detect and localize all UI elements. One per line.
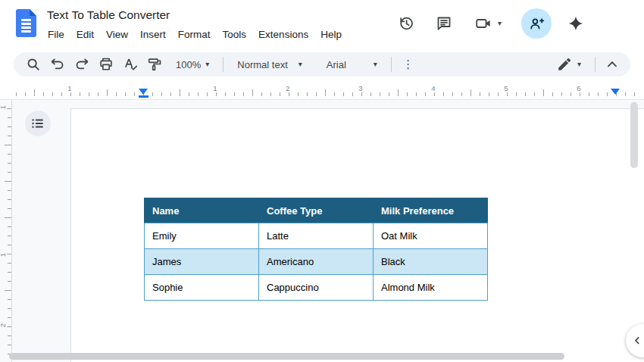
table-cell[interactable]: Black [374, 249, 488, 275]
horizontal-ruler: 1 1 2 3 4 5 6 [0, 80, 644, 100]
table-cell[interactable]: Latte [259, 223, 374, 249]
share-button[interactable] [521, 8, 552, 39]
table-cell[interactable]: Americano [259, 249, 374, 275]
font-value: Arial [327, 59, 346, 70]
zoom-select[interactable]: 100% ▾ [171, 55, 214, 73]
table-row: Sophie Cappuccino Almond Milk [145, 275, 488, 301]
menu-view[interactable]: View [100, 27, 134, 42]
video-call-button[interactable]: ▾ [474, 14, 502, 33]
table-header-cell[interactable]: Name [145, 198, 259, 223]
chevron-down-icon: ▾ [577, 61, 581, 68]
menu-bar: File Edit View Insert Format Tools Exten… [42, 27, 348, 42]
vertical-scrollbar[interactable] [630, 102, 638, 168]
left-margin-marker[interactable] [139, 95, 148, 98]
chevron-left-icon [630, 333, 644, 348]
menu-tools[interactable]: Tools [217, 27, 253, 42]
table-cell[interactable]: Sophie [145, 275, 259, 301]
undo-icon[interactable] [48, 55, 67, 73]
ruler-label: 5 [502, 84, 509, 92]
person-add-icon [527, 14, 546, 33]
menu-format[interactable]: Format [172, 27, 217, 42]
gemini-sparkle-icon[interactable] [567, 14, 585, 33]
top-bar: Text To Table Converter File Edit View I… [0, 0, 644, 47]
hide-menus-chevron-up-icon[interactable] [603, 55, 621, 73]
right-indent-marker[interactable] [611, 89, 620, 95]
redo-icon[interactable] [73, 55, 91, 73]
print-icon[interactable] [97, 55, 115, 73]
ruler-label: 2 [0, 322, 7, 329]
horizontal-scrollbar[interactable] [9, 353, 564, 360]
table-row: Emily Latte Oat Milk [145, 223, 488, 249]
menu-help[interactable]: Help [314, 27, 348, 42]
comments-icon[interactable] [435, 14, 453, 33]
toolbar-divider [223, 57, 224, 72]
toolbar-divider [595, 57, 596, 72]
table-cell[interactable]: James [145, 249, 259, 275]
docs-logo-icon[interactable] [16, 9, 36, 37]
toolbar-divider [391, 57, 392, 72]
ruler-label: 1 [211, 84, 218, 92]
menu-file[interactable]: File [42, 27, 70, 42]
ruler-label: 1 [0, 251, 7, 258]
editing-mode-select[interactable]: ▾ [552, 55, 586, 73]
font-select[interactable]: Arial ▾ [322, 55, 382, 73]
ruler-label: 3 [357, 84, 364, 92]
toolbar: 100% ▾ Normal text ▾ Arial ▾ ⋮ ▾ [14, 52, 630, 76]
table-cell[interactable]: Almond Milk [374, 275, 488, 301]
search-icon[interactable] [24, 55, 42, 73]
vertical-ruler [11, 100, 12, 362]
chevron-down-icon: ▾ [374, 61, 377, 68]
document-outline-button[interactable] [25, 111, 51, 136]
ruler-label: 2 [284, 84, 291, 92]
table-cell[interactable]: Emily [145, 223, 259, 249]
table-header-row: Name Coffee Type Milk Preference [145, 198, 488, 223]
table-header-cell[interactable]: Coffee Type [259, 198, 374, 223]
table-header-cell[interactable]: Milk Preference [374, 198, 488, 223]
pencil-icon [556, 56, 573, 73]
menu-extensions[interactable]: Extensions [252, 27, 314, 42]
google-docs-app: Text To Table Converter File Edit View I… [0, 0, 644, 362]
outline-list-icon [30, 115, 46, 132]
ruler-label: 4 [430, 84, 436, 92]
table-cell[interactable]: Cappuccino [259, 275, 374, 301]
ruler-label: 1 [66, 84, 73, 92]
paint-format-icon[interactable] [145, 55, 164, 73]
top-actions: ▾ [397, 7, 585, 40]
document-canvas: 1 1 2 Name Coffee Type Milk Preference [0, 100, 644, 362]
table-row-highlighted: James Americano Black [145, 249, 488, 275]
ruler-ticks [34, 89, 640, 96]
more-options-icon[interactable]: ⋮ [399, 55, 417, 73]
ruler-label: 6 [575, 84, 582, 92]
chevron-down-icon: ▾ [299, 61, 302, 68]
video-camera-icon [474, 14, 494, 33]
ruler-label: 1 [0, 104, 7, 111]
table-cell[interactable]: Oat Milk [374, 223, 488, 249]
style-value: Normal text [237, 59, 287, 70]
paragraph-style-select[interactable]: Normal text ▾ [233, 55, 307, 73]
version-history-icon[interactable] [397, 14, 415, 33]
menu-insert[interactable]: Insert [134, 27, 172, 42]
document-title[interactable]: Text To Table Converter [47, 8, 170, 22]
logo-fold-shadow [30, 9, 36, 16]
chevron-down-icon: ▾ [205, 61, 209, 68]
document-page[interactable]: Name Coffee Type Milk Preference Emily L… [70, 108, 644, 362]
zoom-value: 100% [176, 59, 201, 70]
chevron-down-icon: ▾ [498, 20, 502, 27]
document-table: Name Coffee Type Milk Preference Emily L… [144, 198, 488, 301]
spell-check-icon[interactable] [121, 55, 139, 73]
menu-edit[interactable]: Edit [70, 27, 100, 42]
left-indent-marker[interactable] [139, 89, 148, 95]
